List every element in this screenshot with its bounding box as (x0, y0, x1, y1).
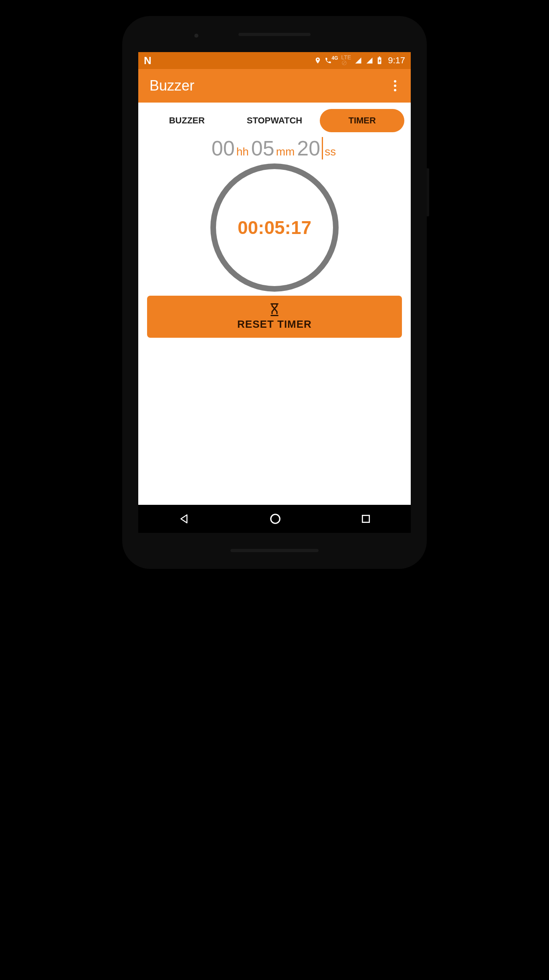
reset-timer-button[interactable]: RESET TIMER (147, 296, 402, 338)
timer-remaining-display: 00:05:17 (238, 217, 311, 238)
svg-point-5 (271, 514, 280, 524)
nav-recent-icon[interactable] (361, 514, 371, 524)
svg-rect-6 (362, 515, 369, 522)
phone-speaker-top (238, 33, 311, 36)
signal-icon-2 (365, 57, 373, 64)
phone-speaker-bottom (230, 549, 319, 552)
lte-text: LTE (341, 54, 351, 60)
lte-label: LTE (341, 54, 351, 67)
tab-label: BUZZER (169, 115, 205, 125)
timer-minutes-value: 05 (251, 136, 274, 160)
reset-timer-label: RESET TIMER (237, 318, 312, 331)
signal-icon (354, 57, 362, 64)
timer-circle-container: 00:05:17 (145, 163, 404, 292)
timer-circle[interactable]: 00:05:17 (210, 163, 339, 292)
location-icon (314, 57, 321, 64)
tab-label: STOPWATCH (247, 115, 303, 125)
android-nav-bar (138, 505, 411, 533)
timer-minutes-unit: mm (276, 145, 295, 158)
content-area: BUZZER STOPWATCH TIMER 00 hh 05 mm 20 ss (138, 103, 411, 505)
tab-buzzer[interactable]: BUZZER (145, 109, 229, 132)
timer-hours-unit: hh (236, 145, 249, 158)
status-clock: 9:17 (388, 55, 405, 66)
phone-camera (194, 34, 198, 38)
timer-seconds-value: 20 (297, 136, 320, 160)
hourglass-icon (268, 303, 281, 317)
battery-charging-icon (377, 56, 382, 65)
screen: N 4G LTE 9:17 Buzzer (138, 52, 411, 533)
svg-line-1 (343, 62, 345, 65)
phone-4g-icon: 4G (325, 57, 338, 64)
label-4g: 4G (332, 55, 338, 61)
app-title: Buzzer (149, 77, 391, 94)
tab-stopwatch[interactable]: STOPWATCH (232, 109, 317, 132)
nav-home-icon[interactable] (269, 513, 281, 525)
overflow-menu-icon[interactable] (391, 77, 400, 95)
app-bar: Buzzer (138, 69, 411, 103)
tab-bar: BUZZER STOPWATCH TIMER (145, 109, 404, 132)
status-bar: N 4G LTE 9:17 (138, 52, 411, 69)
nav-back-icon[interactable] (178, 513, 190, 525)
timer-hours-value: 00 (212, 136, 235, 160)
timer-seconds-unit: ss (325, 145, 336, 158)
tab-timer[interactable]: TIMER (320, 109, 404, 132)
timer-input[interactable]: 00 hh 05 mm 20 ss (145, 136, 404, 160)
text-cursor (322, 137, 323, 159)
svg-rect-3 (379, 56, 380, 57)
tab-label: TIMER (348, 115, 375, 125)
phone-frame: N 4G LTE 9:17 Buzzer (122, 16, 427, 569)
android-n-icon: N (144, 54, 151, 67)
